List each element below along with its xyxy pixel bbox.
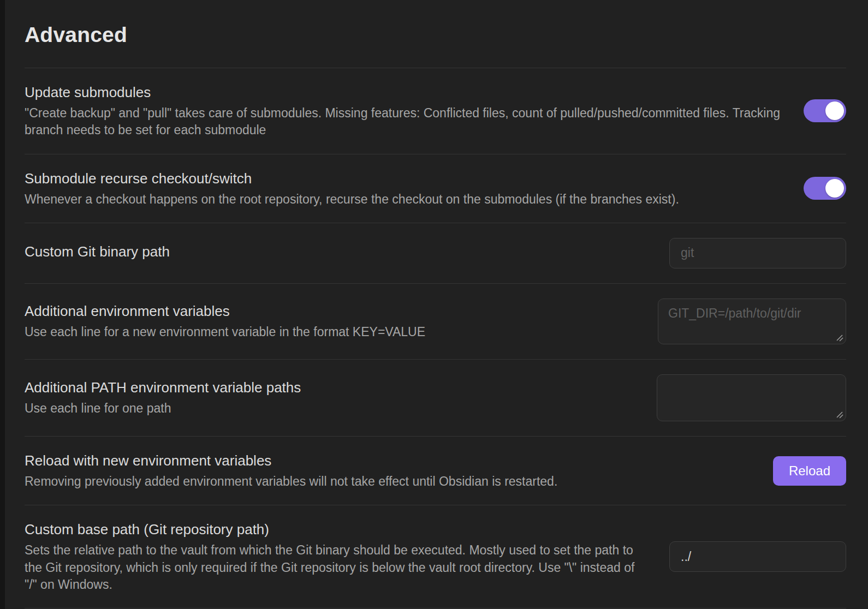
submodule-recurse-toggle[interactable] — [804, 177, 846, 200]
settings-advanced-page: Advanced Update submodules "Create backu… — [0, 0, 868, 608]
setting-name: Reload with new environment variables — [25, 451, 751, 470]
setting-description: Removing previously added environment va… — [25, 473, 751, 490]
setting-item-custom-base-path: Custom base path (Git repository path) S… — [25, 505, 846, 608]
setting-item-additional-path-env-variable: Additional PATH environment variable pat… — [25, 359, 846, 436]
setting-item-update-submodules: Update submodules "Create backup" and "p… — [25, 68, 846, 154]
setting-name: Custom Git binary path — [25, 242, 647, 261]
base-path-input[interactable] — [669, 541, 846, 572]
env-variables-textarea[interactable] — [658, 298, 846, 344]
update-submodules-toggle[interactable] — [804, 99, 846, 122]
setting-name: Custom base path (Git repository path) — [25, 520, 647, 539]
setting-description: Sets the relative path to the vault from… — [25, 542, 647, 593]
setting-description: Use each line for one path — [25, 400, 635, 417]
setting-description: "Create backup" and "pull" takes care of… — [25, 105, 782, 139]
toggle-knob — [825, 101, 844, 120]
setting-description: Whenever a checkout happens on the root … — [25, 191, 782, 208]
page-heading: Advanced — [25, 0, 846, 68]
page-title: Advanced — [25, 23, 846, 47]
git-binary-path-input[interactable] — [669, 238, 846, 268]
setting-item-custom-git-binary-path: Custom Git binary path — [25, 223, 846, 283]
setting-name: Additional environment variables — [25, 302, 636, 321]
toggle-knob — [825, 179, 844, 198]
setting-item-reload-env-variables: Reload with new environment variables Re… — [25, 436, 846, 505]
setting-item-additional-env-variables: Additional environment variables Use eac… — [25, 283, 846, 359]
panel-left-edge — [0, 0, 5, 609]
setting-description: Use each line for a new environment vari… — [25, 324, 636, 341]
path-env-variable-textarea[interactable] — [657, 374, 846, 421]
setting-item-submodule-recurse-checkout: Submodule recurse checkout/switch Whenev… — [25, 154, 846, 223]
reload-button[interactable]: Reload — [773, 456, 846, 486]
setting-name: Submodule recurse checkout/switch — [25, 169, 782, 188]
setting-name: Update submodules — [25, 83, 782, 102]
setting-name: Additional PATH environment variable pat… — [25, 378, 635, 397]
